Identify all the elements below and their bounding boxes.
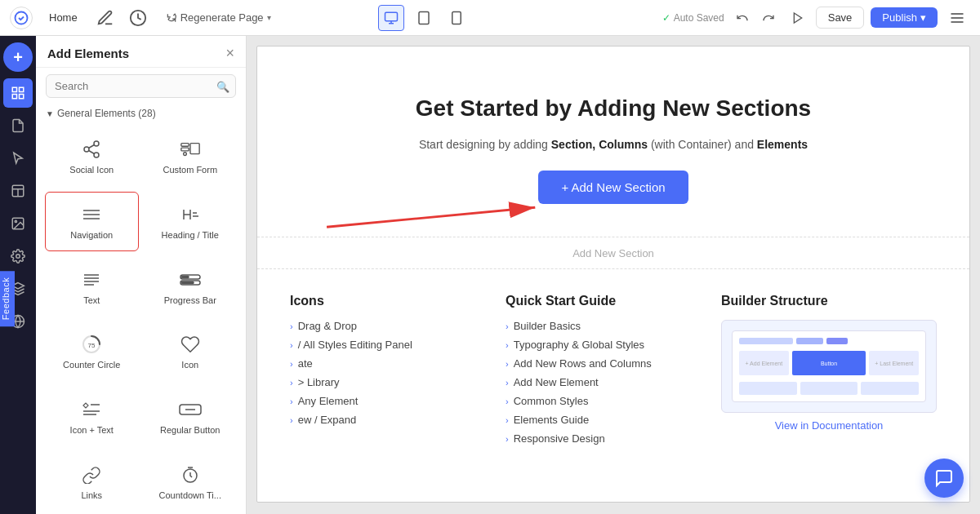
element-icon[interactable]: Icon [144, 321, 238, 382]
add-new-section-button[interactable]: + Add New Section [538, 171, 688, 204]
add-element-button[interactable]: + [3, 42, 33, 72]
history-icon[interactable] [127, 7, 149, 29]
chat-bubble-button[interactable] [924, 459, 964, 498]
add-section-area: Add New Section [257, 237, 969, 269]
sidebar-item-image[interactable] [3, 209, 33, 238]
builder-img-inner: + Add Element Button + Last Element [732, 330, 926, 402]
info-item[interactable]: › ate [290, 357, 506, 370]
panel-header: Add Elements × [36, 36, 246, 68]
hero-title: Get Started by Adding New Sections [274, 95, 953, 122]
canvas-area: Get Started by Adding New Sections Start… [247, 36, 980, 514]
info-item[interactable]: › Add New Element [506, 376, 721, 388]
topbar-right: ✓ Auto Saved Save Publish ▾ [662, 5, 970, 31]
info-item[interactable]: › Drag & Drop [290, 320, 506, 332]
sidebar-item-settings[interactable] [3, 241, 33, 271]
element-progress-bar[interactable]: Progress Bar [144, 256, 238, 317]
undo-button[interactable] [731, 7, 754, 29]
element-label: Links [81, 490, 102, 500]
search-input[interactable] [46, 74, 236, 98]
links-icon-preview [82, 463, 101, 486]
element-text[interactable]: Text [45, 256, 139, 317]
canvas-inner: Get Started by Adding New Sections Start… [256, 46, 970, 503]
element-icon-text[interactable]: Icon + Text [45, 387, 139, 447]
element-social-icon[interactable]: Social Icon [45, 126, 139, 187]
info-item[interactable]: › > Library [290, 376, 506, 388]
element-custom-form[interactable]: Custom Form [144, 126, 238, 187]
save-button[interactable]: Save [816, 7, 865, 29]
text-icon-preview [82, 268, 101, 291]
info-item[interactable]: › Responsive Design [506, 432, 721, 445]
regenerate-button[interactable]: Regenerate Page ▾ [159, 8, 278, 27]
arrow-right-icon: › [290, 321, 293, 331]
element-label: Icon [181, 360, 198, 370]
svg-rect-31 [181, 148, 189, 151]
builder-row-bottom [739, 382, 919, 395]
element-label: Text [83, 295, 100, 305]
sidebar-item-pages[interactable] [3, 111, 33, 140]
col3-title: Builder Structure [721, 294, 937, 308]
arrow-right-icon: › [290, 340, 293, 350]
arrow-right-icon: › [506, 340, 509, 350]
redo-button[interactable] [757, 7, 780, 29]
logo-button[interactable] [10, 7, 33, 29]
tablet-device-btn[interactable] [411, 5, 437, 31]
preview-button[interactable] [786, 7, 809, 29]
arrow-right-icon: › [506, 415, 509, 425]
info-columns: Icons › Drag & Drop › / All Styles Editi… [257, 269, 969, 476]
info-item[interactable]: › / All Styles Editing Panel [290, 339, 506, 351]
arrow-right-icon: › [290, 359, 293, 369]
info-item[interactable]: › Elements Guide [506, 414, 721, 426]
chevron-down-icon: ▾ [920, 11, 926, 24]
elements-grid: Social Icon Custom Form [36, 124, 246, 514]
info-item[interactable]: › Add New Rows and Columns [506, 357, 721, 370]
topbar: Home Regenerate Page ▾ ✓ Auto Saved [0, 0, 980, 36]
builder-rows: + Add Element Button + Last Element [739, 338, 919, 395]
info-item[interactable]: › Builder Basics [506, 320, 721, 332]
desktop-device-btn[interactable] [378, 5, 404, 31]
arrow-right-icon: › [506, 378, 509, 388]
element-links[interactable]: Links [45, 451, 139, 512]
section-label: ▼ General Elements (28) [36, 104, 246, 124]
home-link[interactable]: Home [42, 8, 84, 27]
sidebar-item-cursor[interactable] [3, 144, 33, 173]
arrow-right-icon: › [290, 415, 293, 425]
device-selector [378, 5, 470, 31]
element-label: Icon + Text [70, 425, 114, 435]
icon-text-icon-preview [81, 398, 102, 421]
info-item[interactable]: › Any Element [290, 395, 506, 407]
menu-button[interactable] [944, 5, 970, 31]
publish-button[interactable]: Publish ▾ [871, 7, 938, 28]
svg-point-21 [15, 220, 16, 222]
element-countdown[interactable]: Countdown Ti... [144, 451, 238, 512]
view-docs-link[interactable]: View in Documentation [721, 419, 937, 432]
svg-rect-15 [12, 95, 16, 99]
mobile-device-btn[interactable] [443, 5, 470, 31]
svg-rect-2 [385, 12, 398, 21]
undo-redo-group [731, 7, 780, 29]
arrow-right-icon: › [506, 359, 509, 369]
info-item[interactable]: › Typography & Global Styles [506, 339, 721, 351]
search-icon: 🔍 [216, 80, 229, 92]
element-navigation[interactable]: Navigation [45, 192, 139, 252]
builder-structure-preview: + Add Element Button + Last Element [721, 320, 937, 413]
info-item[interactable]: › Common Styles [506, 395, 721, 407]
feedback-tab[interactable]: Feedback [0, 271, 15, 326]
col1-title: Icons [290, 294, 506, 308]
info-item[interactable]: › ew / Expand [290, 414, 506, 426]
svg-rect-49 [181, 281, 194, 284]
heading-icon-preview [180, 203, 200, 226]
element-counter-circle[interactable]: 75 Counter Circle [45, 321, 139, 382]
add-section-label: Add New Section [572, 247, 654, 259]
panel-close-button[interactable]: × [225, 46, 234, 60]
element-heading[interactable]: Heading / Title [144, 192, 238, 252]
sidebar-item-layout[interactable] [3, 176, 33, 206]
sidebar-item-elements[interactable] [3, 78, 33, 108]
autosaved-status: ✓ Auto Saved [662, 12, 724, 24]
element-label: Custom Form [163, 165, 217, 175]
countdown-icon-preview [180, 463, 200, 486]
element-regular-button[interactable]: Regular Button [144, 387, 238, 447]
svg-point-33 [183, 153, 186, 156]
arrow-down-icon: ▼ [46, 109, 54, 118]
arrow-right-icon: › [506, 397, 509, 406]
edit-icon[interactable] [94, 7, 117, 29]
